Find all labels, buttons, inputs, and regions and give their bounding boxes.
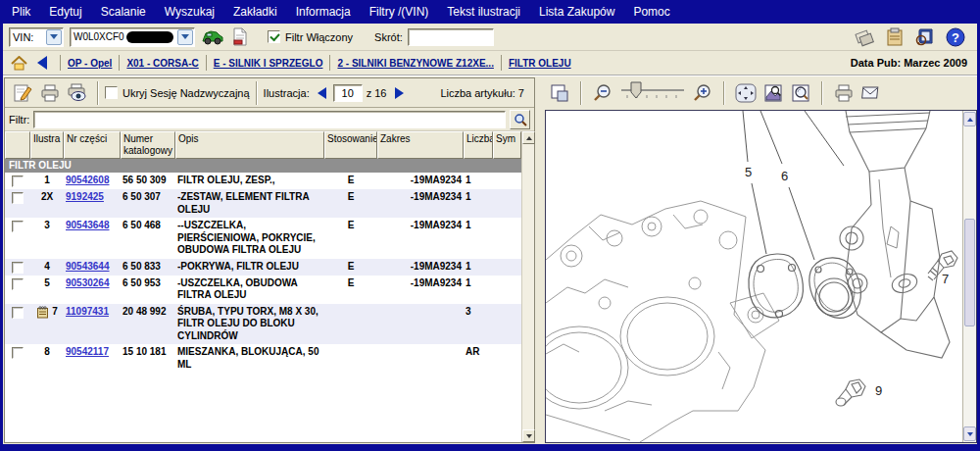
breadcrumb-op-opel[interactable]: OP - Opel — [68, 58, 112, 69]
callout-9[interactable]: 9 — [875, 383, 882, 398]
scroll-up-icon[interactable] — [963, 112, 976, 126]
illustration-next-button[interactable] — [392, 86, 406, 100]
table-row[interactable]: 4 90543644 6 50 833 -POKRYWA, FILTR OLEJ… — [5, 259, 521, 276]
vin-type-select[interactable]: VIN: — [9, 27, 64, 47]
print-button[interactable] — [38, 82, 62, 104]
header-opis[interactable]: Opis — [175, 131, 324, 159]
part-number-link[interactable]: 90543644 — [66, 261, 110, 272]
breadcrumb-filtr-oleju[interactable]: FILTR OLEJU — [509, 58, 571, 69]
illustration-number-input[interactable] — [333, 84, 363, 102]
breadcrumb-corsa-c[interactable]: X01 - CORSA-C — [126, 58, 198, 69]
scroll-down-icon[interactable] — [522, 429, 535, 442]
zoom-slider[interactable] — [617, 80, 688, 106]
menu-pomoc[interactable]: Pomoc — [633, 5, 669, 19]
row-checkbox[interactable] — [12, 221, 24, 232]
image-zoom-button[interactable] — [760, 80, 786, 106]
part-number-link[interactable]: 90542117 — [66, 346, 109, 357]
header-zakres[interactable]: Zakres — [377, 131, 464, 159]
help-icon[interactable]: ? — [946, 27, 965, 47]
header-sym[interactable]: Sym — [493, 131, 521, 159]
notepad-icon[interactable] — [885, 27, 905, 47]
hide-session-checkbox[interactable] — [105, 86, 118, 99]
table-row[interactable]: 2X 9192425 6 50 307 -ZESTAW, ELEMENT FIL… — [5, 189, 521, 218]
tags-icon[interactable] — [854, 27, 875, 47]
breadcrumb-silniki-benzynowe[interactable]: 2 - SILNIKI BENZYNOWE Z12XE... — [337, 58, 493, 69]
back-arrow-icon[interactable] — [37, 56, 47, 70]
part-number-link[interactable]: 90530264 — [66, 277, 110, 288]
page-zoom-button[interactable] — [788, 80, 813, 106]
callout-6[interactable]: 6 — [781, 169, 788, 183]
filter-input[interactable] — [33, 111, 506, 128]
header-select[interactable] — [5, 131, 30, 159]
row-checkbox[interactable] — [12, 175, 24, 187]
table-row[interactable]: 3 90543648 6 50 468 --USZCZELKA, PIERŚCI… — [5, 218, 521, 259]
callout-labels[interactable]: 5 6 7 9 — [745, 165, 949, 398]
illustration-number: 2X — [30, 191, 64, 204]
table-row[interactable]: 5 90530264 6 50 953 -USZCZELKA, OBUDOWA … — [5, 276, 521, 304]
zoom-slider-handle[interactable] — [631, 82, 641, 98]
part-number-link[interactable]: 90543648 — [66, 220, 110, 230]
row-checkbox[interactable] — [12, 278, 24, 290]
row-checkbox[interactable] — [12, 192, 24, 204]
menu-wyszukaj[interactable]: Wyszukaj — [165, 5, 215, 19]
row-checkbox[interactable] — [12, 307, 24, 319]
row-checkbox[interactable] — [12, 262, 24, 274]
menu-informacja[interactable]: Informacja — [296, 5, 351, 19]
illustration-prev-button[interactable] — [316, 86, 329, 100]
home-icon[interactable] — [11, 56, 27, 71]
table-scrollbar[interactable] — [521, 131, 534, 442]
illustration-canvas[interactable]: 5 6 7 9 — [545, 110, 977, 443]
table-row[interactable]: 8 90542117 15 10 181 MIESZANKA, BLOKUJĄC… — [5, 344, 521, 373]
scrollbar-thumb[interactable] — [964, 219, 975, 326]
callout-7[interactable]: 7 — [942, 272, 949, 286]
table-row[interactable]: 1 90542608 56 50 309 FILTR OLEJU, ZESP.,… — [5, 173, 521, 189]
article-count-label: Liczba artykułu: 7 — [440, 87, 530, 99]
filter-on-toggle[interactable]: Filtr Włączony — [268, 30, 353, 43]
row-checkbox[interactable] — [12, 347, 24, 359]
menu-lista-zakupow[interactable]: Lista Zakupów — [539, 5, 614, 19]
header-stosowanie[interactable]: Stosowanie — [324, 131, 377, 159]
notes-edit-button[interactable] — [11, 82, 34, 104]
note-icon[interactable] — [36, 306, 49, 319]
vehicle-document-button[interactable] — [228, 26, 252, 48]
menu-scalanie[interactable]: Scalanie — [101, 5, 146, 19]
header-nr-czesci[interactable]: Nr części — [64, 131, 121, 159]
pan-button[interactable] — [733, 80, 759, 106]
scroll-up-icon[interactable] — [522, 131, 535, 144]
menu-zakladki[interactable]: Zakładki — [233, 5, 277, 19]
zoom-in-button[interactable] — [690, 80, 715, 106]
fit-window-button[interactable] — [547, 80, 572, 106]
part-number-link[interactable]: 90542608 — [66, 175, 110, 185]
vehicle-car-button[interactable] — [201, 26, 224, 48]
vin-type-label: VIN: — [10, 31, 45, 43]
part-number-link[interactable]: 11097431 — [66, 306, 109, 317]
header-liczba[interactable]: Liczba — [464, 131, 493, 159]
header-ilustra[interactable]: Ilustra — [30, 131, 64, 159]
chevron-down-icon[interactable] — [177, 29, 193, 45]
filter-on-checkbox[interactable] — [268, 30, 280, 43]
filter-label: Filtr: — [9, 114, 29, 125]
filter-search-button[interactable] — [510, 110, 530, 129]
table-row[interactable]: 7 11097431 20 48 992 ŚRUBA, TYPU TORX, M… — [5, 304, 521, 345]
header-numer-katalogowy[interactable]: Numer katalogowy — [121, 131, 175, 159]
menu-filtry-vin[interactable]: Filtry /(VIN) — [369, 5, 429, 19]
zoom-out-button[interactable] — [590, 80, 615, 106]
hide-session-toggle[interactable]: Ukryj Sesję Nadzwyczajną — [105, 86, 250, 99]
book-search-icon[interactable] — [914, 27, 936, 47]
chevron-down-icon[interactable] — [46, 29, 62, 45]
callout-5[interactable]: 5 — [745, 165, 752, 179]
print-preview-button[interactable] — [66, 82, 89, 104]
print-illustration-button[interactable] — [831, 80, 857, 106]
breadcrumb-silnik[interactable]: E - SILNIK I SPRZEGLO — [214, 58, 323, 69]
menu-plik[interactable]: Plik — [12, 5, 30, 19]
shortcut-input[interactable] — [408, 28, 494, 46]
scroll-down-icon[interactable] — [963, 426, 976, 441]
menu-edytuj[interactable]: Edytuj — [49, 5, 81, 19]
illustration-scrollbar[interactable] — [962, 111, 976, 442]
quantity: AR — [464, 346, 493, 359]
part-number-link[interactable]: 9192425 — [66, 191, 104, 202]
menu-tekst-ilustracji[interactable]: Tekst ilustracji — [447, 5, 520, 19]
vin-combo[interactable]: W0L0XCF0 — [70, 27, 195, 47]
send-button[interactable] — [858, 80, 884, 106]
zoom-out-icon — [593, 83, 612, 103]
